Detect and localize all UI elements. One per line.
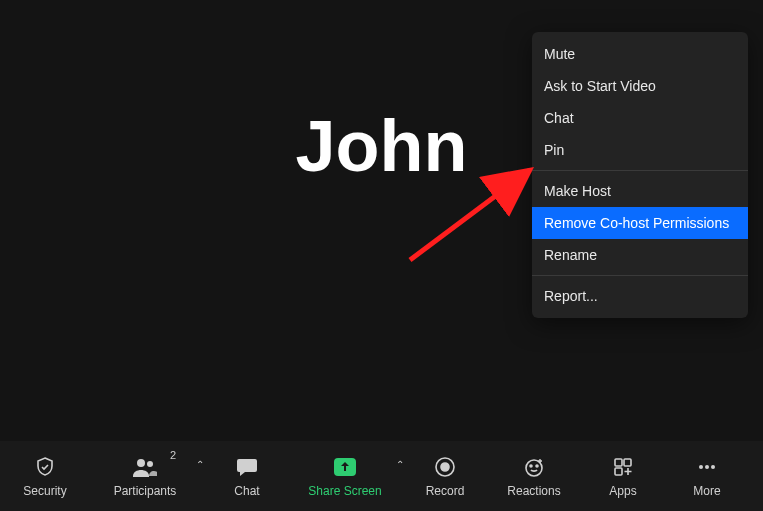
record-button[interactable]: Record [410, 441, 480, 511]
svg-point-12 [699, 465, 703, 469]
svg-point-14 [711, 465, 715, 469]
reactions-icon [522, 454, 546, 480]
security-label: Security [23, 484, 66, 498]
menu-item-ask-start-video[interactable]: Ask to Start Video [532, 70, 748, 102]
svg-rect-10 [624, 459, 631, 466]
share-label: Share Screen [308, 484, 381, 498]
record-icon [433, 454, 457, 480]
shield-icon [33, 454, 57, 480]
menu-separator [532, 170, 748, 171]
more-icon [695, 454, 719, 480]
svg-point-13 [705, 465, 709, 469]
security-button[interactable]: Security [10, 441, 80, 511]
chevron-up-icon[interactable]: ⌃ [396, 459, 404, 470]
apps-label: Apps [609, 484, 636, 498]
svg-point-8 [536, 465, 538, 467]
svg-point-7 [530, 465, 532, 467]
reactions-label: Reactions [507, 484, 560, 498]
menu-item-pin[interactable]: Pin [532, 134, 748, 166]
meeting-toolbar: Security 2 ⌃ Participants Chat [0, 441, 763, 511]
menu-item-rename[interactable]: Rename [532, 239, 748, 271]
share-screen-icon [332, 454, 358, 480]
more-button[interactable]: More [672, 441, 742, 511]
share-screen-button[interactable]: ⌃ Share Screen [300, 441, 390, 511]
menu-item-report[interactable]: Report... [532, 280, 748, 312]
chat-icon [235, 454, 259, 480]
chat-button[interactable]: Chat [212, 441, 282, 511]
svg-rect-9 [615, 459, 622, 466]
participants-label: Participants [114, 484, 177, 498]
participants-count: 2 [170, 449, 176, 461]
svg-point-2 [147, 461, 153, 467]
svg-point-5 [441, 463, 449, 471]
apps-icon [611, 454, 635, 480]
menu-separator [532, 275, 748, 276]
record-label: Record [426, 484, 465, 498]
menu-item-chat[interactable]: Chat [532, 102, 748, 134]
participant-context-menu: Mute Ask to Start Video Chat Pin Make Ho… [532, 32, 748, 318]
svg-rect-11 [615, 468, 622, 475]
menu-item-mute[interactable]: Mute [532, 38, 748, 70]
participants-button[interactable]: 2 ⌃ Participants [100, 441, 190, 511]
chevron-up-icon[interactable]: ⌃ [196, 459, 204, 470]
reactions-button[interactable]: Reactions [494, 441, 574, 511]
svg-point-1 [137, 459, 145, 467]
menu-item-remove-cohost[interactable]: Remove Co-host Permissions [532, 207, 748, 239]
apps-button[interactable]: Apps [588, 441, 658, 511]
participant-name: John [296, 105, 468, 187]
more-label: More [693, 484, 720, 498]
participants-icon [131, 454, 159, 480]
menu-item-make-host[interactable]: Make Host [532, 175, 748, 207]
chat-label: Chat [234, 484, 259, 498]
